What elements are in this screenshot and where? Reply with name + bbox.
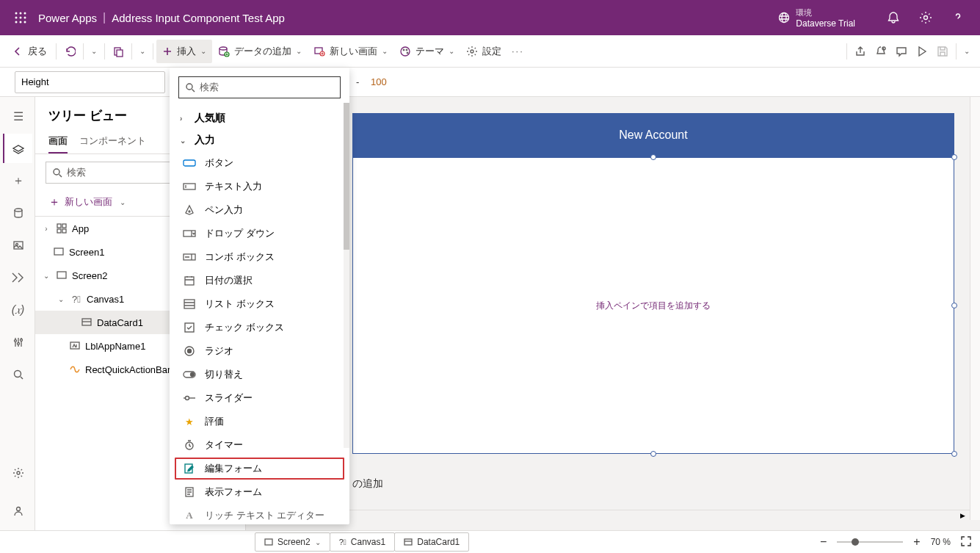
notifications-icon[interactable] xyxy=(877,0,910,35)
title-separator: | xyxy=(97,11,112,24)
svg-rect-38 xyxy=(54,248,63,255)
zoom-slider[interactable] xyxy=(837,541,903,543)
svg-point-31 xyxy=(17,471,20,474)
insert-button[interactable]: 挿入 ⌄ xyxy=(156,40,212,63)
handle-right[interactable] xyxy=(951,303,957,308)
svg-rect-34 xyxy=(57,224,61,228)
svg-rect-39 xyxy=(57,272,66,278)
hscroll-right[interactable]: ▶ xyxy=(955,510,970,521)
tab-components[interactable]: コンポーネント xyxy=(79,130,146,153)
rail-variables[interactable]: (𝑥) xyxy=(3,295,32,325)
overflow-button[interactable]: ··· xyxy=(507,40,529,63)
breadcrumb-screen2[interactable]: Screen2⌄ xyxy=(255,532,330,552)
handle-br[interactable] xyxy=(951,451,957,457)
properties-panel-collapsed[interactable] xyxy=(970,97,980,520)
insert-item-datepicker[interactable]: 日付の選択 xyxy=(170,269,349,292)
rail-hamburger[interactable]: ☰ xyxy=(3,101,32,131)
save-button[interactable] xyxy=(932,40,953,63)
share-button[interactable] xyxy=(850,40,871,63)
product-name[interactable]: Power Apps xyxy=(35,12,97,24)
svg-point-7 xyxy=(20,21,22,24)
insert-item-radio[interactable]: ラジオ xyxy=(170,339,349,363)
handle-tr[interactable] xyxy=(951,154,957,160)
insert-item-rich-text[interactable]: Aリッチ テキスト エディター xyxy=(170,504,349,524)
insert-item-slider[interactable]: スライダー xyxy=(170,386,349,410)
play-button[interactable] xyxy=(912,40,932,63)
formula-bar: Height - 100 xyxy=(0,68,980,97)
env-name: Dataverse Trial xyxy=(796,18,855,29)
insert-group-popular[interactable]: ›人気順 xyxy=(170,107,349,129)
svg-point-29 xyxy=(20,339,22,341)
insert-item-combobox[interactable]: コンボ ボックス xyxy=(170,245,349,269)
formula-expression[interactable]: - 100 xyxy=(356,76,387,87)
svg-point-45 xyxy=(189,211,190,212)
rail-search[interactable] xyxy=(3,360,32,389)
svg-point-5 xyxy=(24,17,26,19)
new-screen-button[interactable]: 新しい画面 ⌄ xyxy=(308,40,393,63)
rail-insert[interactable]: ＋ xyxy=(3,166,32,195)
add-data-button[interactable]: データの追加 ⌄ xyxy=(212,40,308,63)
breadcrumb-canvas1[interactable]: ?⃝Canvas1 xyxy=(330,532,396,552)
rail-virtual-agent[interactable] xyxy=(3,496,32,526)
breadcrumb-datacard1[interactable]: DataCard1 xyxy=(394,532,469,552)
waffle-icon[interactable] xyxy=(6,12,35,24)
svg-point-10 xyxy=(782,13,786,23)
rail-settings[interactable] xyxy=(3,458,32,488)
svg-point-22 xyxy=(471,50,473,53)
comments-button[interactable] xyxy=(891,40,912,63)
svg-point-1 xyxy=(20,12,22,15)
insert-scrollbar-thumb[interactable] xyxy=(344,103,349,250)
svg-point-14 xyxy=(219,47,227,50)
datacard-selection[interactable]: 挿入ペインで項目を追加する xyxy=(352,157,954,454)
property-selector[interactable]: Height xyxy=(15,71,165,93)
svg-point-4 xyxy=(20,17,22,19)
undo-button[interactable] xyxy=(59,40,80,63)
environment-picker[interactable]: 環境 Dataverse Trial xyxy=(778,7,855,29)
rail-media[interactable] xyxy=(3,231,32,260)
insert-item-rating[interactable]: ★評価 xyxy=(170,410,349,433)
rail-data[interactable] xyxy=(3,198,32,228)
form-header-bar[interactable]: New Account xyxy=(352,113,954,157)
handle-bottom[interactable] xyxy=(650,451,656,457)
svg-point-42 xyxy=(186,84,192,90)
publish-chevron[interactable]: ⌄ xyxy=(959,40,974,63)
settings-icon[interactable] xyxy=(910,0,942,35)
insert-item-text-input[interactable]: テキスト入力 xyxy=(170,175,349,198)
command-bar: 戻る ⌄ ⌄ 挿入 ⌄ データの追加 ⌄ 新しい画面 ⌄ テーマ ⌄ 設定 ··… xyxy=(0,35,980,68)
canvas-area[interactable]: New Account 挿入ペインで項目を追加する の追加 ▶ xyxy=(246,97,980,520)
tab-screens[interactable]: 画面 xyxy=(48,130,68,153)
zoom-in[interactable]: + xyxy=(913,535,920,549)
insert-item-display-form[interactable]: 表示フォーム xyxy=(170,480,349,504)
rail-advanced-tools[interactable] xyxy=(3,328,32,357)
fullscreen-icon[interactable] xyxy=(961,536,971,549)
insert-item-pen-input[interactable]: ペン入力 xyxy=(170,198,349,222)
paste-button[interactable] xyxy=(108,40,128,63)
insert-item-dropdown[interactable]: ドロップ ダウン xyxy=(170,222,349,245)
rail-tree-view[interactable] xyxy=(3,134,32,163)
handle-top[interactable] xyxy=(650,154,656,160)
insert-group-input[interactable]: ⌄入力 xyxy=(170,129,349,151)
checker-button[interactable] xyxy=(871,40,891,63)
paste-chevron[interactable]: ⌄ xyxy=(135,40,150,63)
insert-item-button[interactable]: ボタン xyxy=(170,151,349,175)
insert-item-edit-form[interactable]: 編集フォーム xyxy=(174,457,345,480)
svg-point-9 xyxy=(780,13,789,23)
zoom-value: 70 % xyxy=(931,537,951,547)
svg-point-32 xyxy=(16,507,20,511)
rail-power-automate[interactable] xyxy=(3,263,32,292)
theme-button[interactable]: テーマ ⌄ xyxy=(393,40,460,63)
settings-button[interactable]: 設定 xyxy=(460,40,507,63)
insert-item-toggle[interactable]: 切り替え xyxy=(170,363,349,386)
datacard-placeholder: 挿入ペインで項目を追加する xyxy=(596,300,711,312)
back-button[interactable]: 戻る xyxy=(6,40,53,63)
insert-item-listbox[interactable]: リスト ボックス xyxy=(170,292,349,316)
insert-search-input[interactable]: 検索 xyxy=(178,76,341,98)
insert-item-checkbox[interactable]: チェック ボックス xyxy=(170,316,349,339)
svg-rect-35 xyxy=(62,224,66,228)
redo-chevron[interactable]: ⌄ xyxy=(87,40,101,63)
zoom-out[interactable]: − xyxy=(820,535,827,549)
svg-point-2 xyxy=(24,12,26,15)
help-icon[interactable] xyxy=(942,0,974,35)
svg-rect-60 xyxy=(404,539,412,545)
insert-item-timer[interactable]: タイマー xyxy=(170,433,349,457)
